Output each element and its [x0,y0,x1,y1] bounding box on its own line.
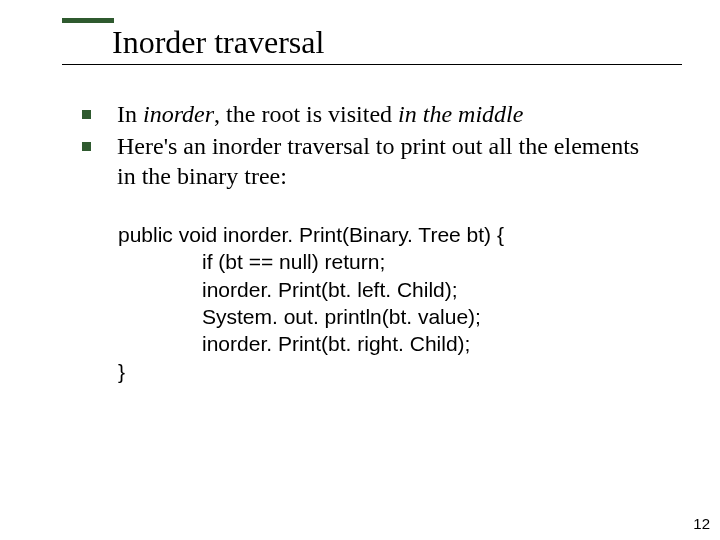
accent-bar [62,18,114,23]
code-line: public void inorder. Print(Binary. Tree … [118,221,660,248]
slide-title: Inorder traversal [62,25,682,64]
bullet-item: Here's an inorder traversal to print out… [82,131,660,191]
title-area: Inorder traversal [0,0,720,71]
code-line: inorder. Print(bt. right. Child); [118,330,660,357]
italic-run: inorder [143,101,214,127]
square-bullet-icon [82,110,91,119]
text-run: , the root is visited [214,101,398,127]
bullet-item: In inorder, the root is visited in the m… [82,99,660,129]
slide-body: In inorder, the root is visited in the m… [0,71,720,385]
italic-run: in the middle [398,101,523,127]
code-block: public void inorder. Print(Binary. Tree … [118,221,660,385]
code-line: } [118,358,660,385]
square-bullet-icon [82,142,91,151]
text-run: In [117,101,143,127]
text-run: Here's an inorder traversal to print out… [117,133,639,189]
title-underline: Inorder traversal [62,25,682,65]
code-line: inorder. Print(bt. left. Child); [118,276,660,303]
code-line: System. out. println(bt. value); [118,303,660,330]
page-number: 12 [693,515,710,532]
bullet-text: In inorder, the root is visited in the m… [117,99,660,129]
code-line: if (bt == null) return; [118,248,660,275]
bullet-text: Here's an inorder traversal to print out… [117,131,660,191]
